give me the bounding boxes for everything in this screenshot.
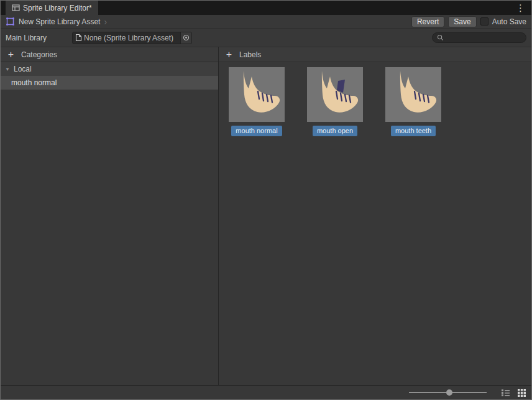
label-card-mouth-normal[interactable]: mouth normal [229,67,285,136]
category-group-local[interactable]: ▼ Local [1,62,218,76]
mouth-normal-sprite-image [229,67,285,122]
tab-title: Sprite Library Editor* [23,4,92,12]
sprite-library-editor-icon [12,4,20,12]
category-group-label: Local [14,65,32,73]
categories-header-bar: + Categories [1,47,218,62]
breadcrumb: New Sprite Library Asset › [6,17,107,26]
list-view-icon[interactable] [500,388,510,398]
breadcrumb-separator-icon: › [104,17,107,26]
category-item-mouth-normal[interactable]: mouth normal [1,76,218,90]
breadcrumb-item-new-sprite-library-asset[interactable]: New Sprite Library Asset [19,17,100,26]
labels-header-label: Labels [239,50,261,59]
toolbar: New Sprite Library Asset › Revert Save A… [1,15,531,29]
labels-header-bar: + Labels [219,47,531,62]
sprite-library-asset-icon [6,17,15,26]
search-field[interactable] [432,32,526,43]
sprite-thumbnail [229,67,285,122]
content-area: + Categories ▼ Local mouth normal + Labe… [1,47,531,385]
label-cards: mouth normal mouth open [219,62,531,136]
revert-button[interactable]: Revert [411,16,444,27]
grid-view-icon[interactable] [516,388,526,398]
thumbnail-size-slider[interactable] [409,388,487,397]
label-card-mouth-open[interactable]: mouth open [307,67,363,136]
slider-handle[interactable] [446,389,452,396]
categories-header-label: Categories [21,50,57,59]
sprite-thumbnail [307,67,363,122]
category-item-label: mouth normal [11,78,57,87]
main-library-object-field[interactable]: None (Sprite Library Asset) [72,32,192,44]
foldout-icon[interactable]: ▼ [4,67,11,72]
sprite-thumbnail [385,67,441,122]
asset-page-icon [75,34,82,42]
tab-bar: Sprite Library Editor* ⋮ [1,1,531,15]
main-library-label: Main Library [6,34,72,42]
bottom-bar [1,385,531,399]
label-card-mouth-teeth[interactable]: mouth teeth [385,67,441,136]
object-field-value: None (Sprite Library Asset) [82,34,180,42]
toolbar-actions: Revert Save Auto Save [411,16,526,27]
labels-panel: + Labels mouth normal [219,47,531,385]
main-library-row: Main Library None (Sprite Library Asset) [1,29,531,47]
auto-save-label: Auto Save [492,17,526,26]
sprite-library-editor-window: Sprite Library Editor* ⋮ New Sprite Libr… [0,0,532,400]
auto-save-checkbox[interactable] [480,17,488,26]
add-category-button[interactable]: + [6,50,16,60]
search-icon [437,34,444,41]
save-button[interactable]: Save [448,16,476,27]
mouth-open-sprite-image [307,67,363,122]
add-label-button[interactable]: + [224,50,234,60]
object-picker-icon [183,34,190,41]
tab-sprite-library-editor[interactable]: Sprite Library Editor* [6,1,98,15]
kebab-menu-icon[interactable]: ⋮ [511,1,530,15]
search-input[interactable] [446,34,521,42]
label-name-badge[interactable]: mouth teeth [391,126,436,136]
categories-panel: + Categories ▼ Local mouth normal [1,47,219,385]
object-picker-button[interactable] [180,32,191,44]
label-name-badge[interactable]: mouth normal [231,126,282,136]
mouth-teeth-sprite-image [385,67,441,122]
label-name-badge[interactable]: mouth open [313,126,357,136]
